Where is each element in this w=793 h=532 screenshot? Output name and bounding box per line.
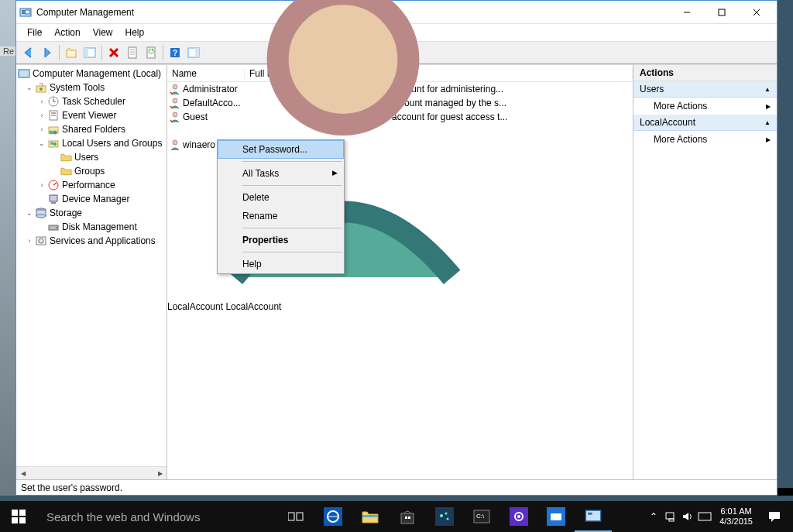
user-row-selected[interactable]: LocalAccount LocalAccount (167, 124, 633, 138)
user-name: LocalAccount (167, 301, 223, 312)
svg-rect-40 (51, 202, 56, 204)
collapse-icon[interactable]: ⌄ (36, 139, 47, 147)
svg-rect-56 (19, 517, 26, 523)
svg-point-68 (445, 513, 448, 515)
start-button[interactable] (0, 501, 37, 532)
svg-rect-10 (84, 48, 88, 57)
computer-management-taskbar-button[interactable] (575, 501, 612, 532)
tree-groups[interactable]: Groups (16, 164, 166, 178)
scroll-right-icon[interactable]: ▶ (153, 467, 166, 480)
refresh-button[interactable] (142, 44, 160, 61)
network-icon[interactable] (662, 501, 679, 532)
actions-group-localaccount[interactable]: LocalAccount ▲ (633, 115, 777, 131)
svg-rect-57 (288, 513, 294, 520)
actions-more-localaccount[interactable]: More Actions ▶ (633, 131, 777, 148)
tree-services-apps[interactable]: › Services and Applications (16, 234, 166, 248)
volume-icon[interactable] (679, 501, 696, 532)
ctx-set-password[interactable]: Set Password... (218, 140, 344, 159)
collapse-icon[interactable]: ▲ (764, 86, 771, 93)
app-button-2[interactable] (537, 501, 575, 532)
show-hide-tree-button[interactable] (81, 44, 98, 61)
settings-button[interactable] (500, 501, 537, 532)
expand-icon[interactable]: › (36, 112, 47, 119)
actions-more-users[interactable]: More Actions ▶ (633, 98, 777, 115)
submenu-icon: ▶ (766, 136, 771, 143)
taskbar: Search the web and Windows C:\ ⌃ 6:01 AM… (0, 501, 793, 532)
notifications-button[interactable] (759, 501, 790, 532)
collapse-icon[interactable]: ▲ (764, 119, 771, 126)
tree-users[interactable]: Users (16, 150, 166, 164)
menu-view[interactable]: View (87, 26, 119, 39)
clock[interactable]: 6:01 AM 4/3/2015 (713, 506, 759, 527)
svg-point-43 (36, 215, 46, 218)
edge-button[interactable] (314, 501, 352, 532)
folder-icon (60, 165, 72, 177)
device-manager-icon (47, 193, 60, 205)
horizontal-scrollbar[interactable]: ◀ ▶ (16, 466, 166, 479)
tree-root[interactable]: Computer Management (Local) (16, 67, 166, 81)
collapse-icon[interactable]: ⌄ (24, 84, 35, 91)
ctx-rename[interactable]: Rename (218, 207, 344, 225)
tree-storage[interactable]: ⌄ Storage (16, 206, 166, 220)
tree-performance[interactable]: › Performance (16, 178, 166, 192)
time-text: 6:01 AM (719, 506, 753, 517)
tree-task-scheduler[interactable]: › Task Scheduler (16, 94, 166, 108)
storage-icon (35, 207, 47, 219)
svg-rect-1 (22, 10, 25, 12)
task-view-button[interactable] (277, 501, 314, 532)
tree-shared-folders[interactable]: › Shared Folders (16, 122, 166, 136)
svg-rect-54 (19, 510, 26, 516)
tree-local-users-groups[interactable]: ⌄ Local Users and Groups (16, 136, 166, 150)
svg-rect-76 (551, 513, 561, 520)
maximize-button[interactable] (704, 1, 739, 23)
scroll-left-icon[interactable]: ◀ (16, 467, 29, 480)
forward-button[interactable] (39, 44, 56, 61)
properties-button[interactable] (124, 44, 141, 61)
tree-disk-mgmt[interactable]: Disk Management (16, 220, 166, 234)
expand-icon[interactable]: › (36, 181, 47, 189)
expand-icon[interactable]: › (36, 98, 47, 105)
back-button[interactable] (20, 44, 37, 61)
tree-event-viewer[interactable]: › Event Viewer (16, 108, 166, 122)
status-bar: Set the user's password. (16, 479, 777, 495)
minimize-button[interactable] (669, 1, 704, 23)
tray-expand-icon[interactable]: ⌃ (645, 501, 662, 532)
svg-text:C:\: C:\ (476, 513, 485, 520)
tree-pane[interactable]: Computer Management (Local) ⌄ System Too… (16, 65, 167, 479)
svg-rect-66 (435, 507, 454, 526)
services-icon (35, 235, 47, 247)
close-button[interactable] (739, 1, 774, 23)
date-text: 4/3/2015 (719, 517, 753, 527)
ctx-properties[interactable]: Properties (218, 231, 344, 249)
app-button-1[interactable] (426, 501, 463, 532)
up-button[interactable] (63, 44, 80, 61)
svg-point-33 (53, 131, 57, 135)
disk-mgmt-icon (47, 221, 60, 233)
expand-icon[interactable]: › (36, 125, 47, 133)
svg-point-35 (50, 142, 53, 145)
explorer-button[interactable] (352, 501, 389, 532)
delete-button[interactable] (105, 44, 122, 61)
user-icon (169, 290, 517, 301)
tree-system-tools[interactable]: ⌄ System Tools (16, 81, 166, 94)
menu-action[interactable]: Action (48, 26, 86, 39)
svg-rect-5 (719, 9, 725, 15)
search-box[interactable]: Search the web and Windows (37, 501, 277, 532)
menu-file[interactable]: File (21, 26, 48, 39)
menu-help[interactable]: Help (119, 26, 151, 39)
keyboard-icon[interactable] (696, 501, 713, 532)
collapse-icon[interactable]: ⌄ (24, 209, 35, 217)
ctx-all-tasks[interactable]: All Tasks ▶ (218, 164, 344, 183)
tree-label: System Tools (50, 82, 105, 93)
terminal-button[interactable]: C:\ (463, 501, 500, 532)
actions-group-users[interactable]: Users ▲ (633, 81, 777, 98)
tree-label: Local Users and Groups (62, 138, 162, 149)
status-text: Set the user's password. (21, 482, 122, 493)
ctx-delete[interactable]: Delete (218, 188, 344, 207)
expand-icon[interactable]: › (24, 237, 35, 245)
svg-rect-13 (129, 47, 136, 58)
tree-device-manager[interactable]: Device Manager (16, 192, 166, 206)
ctx-help[interactable]: Help (218, 255, 344, 273)
store-button[interactable] (389, 501, 426, 532)
svg-rect-79 (666, 513, 674, 519)
